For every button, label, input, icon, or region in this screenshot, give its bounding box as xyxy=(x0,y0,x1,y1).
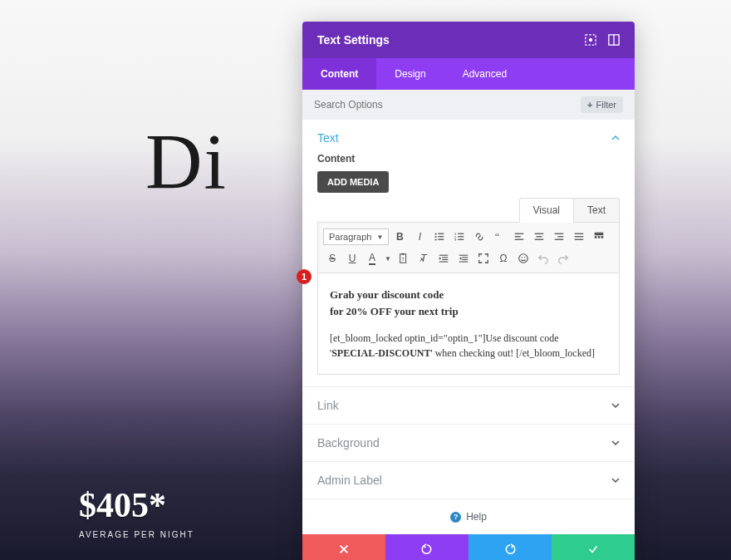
svg-rect-18 xyxy=(515,236,521,237)
editor-mode-tabs: Visual Text xyxy=(317,198,620,223)
clear-format-icon[interactable]: T✕ xyxy=(415,249,433,268)
tab-advanced[interactable]: Advanced xyxy=(444,58,525,90)
tab-design[interactable]: Design xyxy=(376,58,444,90)
section-text: Text Content ADD MEDIA Visual Text Parag… xyxy=(302,120,635,387)
section-admin-title: Admin Label xyxy=(317,474,382,487)
add-media-button[interactable]: ADD MEDIA xyxy=(317,171,389,193)
svg-point-8 xyxy=(435,238,437,240)
page-heading-background: Di xyxy=(145,116,228,208)
section-admin-label: Admin Label xyxy=(302,462,635,499)
section-background-title: Background xyxy=(317,436,380,449)
svg-rect-27 xyxy=(575,236,584,237)
svg-rect-22 xyxy=(535,239,544,240)
annotation-callout-1: 1 xyxy=(297,269,312,284)
underline-icon[interactable]: U xyxy=(343,249,361,268)
svg-rect-43 xyxy=(459,262,469,263)
help-icon: ? xyxy=(450,512,461,523)
align-justify-icon[interactable] xyxy=(570,228,588,246)
svg-rect-25 xyxy=(555,239,564,240)
section-text-toggle[interactable]: Text xyxy=(317,131,620,145)
svg-rect-37 xyxy=(442,257,448,258)
redo-button[interactable] xyxy=(469,534,552,560)
svg-rect-19 xyxy=(515,239,524,240)
section-admin-toggle[interactable]: Admin Label xyxy=(317,474,620,487)
modal-header: Text Settings xyxy=(302,22,635,58)
svg-rect-34 xyxy=(401,253,405,255)
search-input[interactable] xyxy=(314,99,581,111)
svg-rect-13 xyxy=(459,236,464,237)
svg-rect-28 xyxy=(575,239,584,240)
save-button[interactable] xyxy=(552,534,635,560)
svg-rect-38 xyxy=(442,259,448,260)
wysiwyg-toolbar: Paragraph▼ B I 123 “ S U A ▼ T T✕ xyxy=(317,223,620,273)
svg-rect-39 xyxy=(439,262,449,263)
price-label: AVERAGE PER NIGHT xyxy=(79,530,194,539)
svg-point-4 xyxy=(435,233,437,234)
align-left-icon[interactable] xyxy=(510,228,528,246)
bold-icon[interactable]: B xyxy=(390,228,409,246)
section-text-title: Text xyxy=(317,131,339,145)
svg-rect-9 xyxy=(439,239,444,240)
format-select[interactable]: Paragraph▼ xyxy=(323,228,389,245)
number-list-icon[interactable]: 123 xyxy=(450,228,469,246)
emoji-icon[interactable] xyxy=(514,249,532,268)
link-icon[interactable] xyxy=(470,228,488,246)
chevron-up-icon xyxy=(611,134,620,142)
search-row: +Filter xyxy=(302,90,635,120)
svg-rect-5 xyxy=(439,233,444,234)
svg-rect-24 xyxy=(558,236,564,237)
editor-tab-text[interactable]: Text xyxy=(573,198,620,222)
help-link[interactable]: ? Help xyxy=(302,499,635,534)
snap-icon[interactable] xyxy=(608,34,620,46)
svg-rect-20 xyxy=(535,233,544,234)
svg-rect-23 xyxy=(555,233,564,234)
quote-icon[interactable]: “ xyxy=(490,228,508,246)
toolbar-toggle-icon[interactable] xyxy=(590,228,608,246)
editor-head-1: Grab your discount code xyxy=(330,288,444,301)
price-block: $405* AVERAGE PER NIGHT xyxy=(79,485,194,539)
chevron-down-icon xyxy=(611,476,620,484)
special-char-icon[interactable]: Ω xyxy=(494,249,513,268)
svg-text:“: “ xyxy=(495,231,499,243)
text-color-icon[interactable]: A xyxy=(363,249,381,268)
paste-text-icon[interactable]: T xyxy=(395,249,413,268)
undo-icon[interactable] xyxy=(534,249,552,268)
svg-point-6 xyxy=(435,236,437,238)
editor-content[interactable]: Grab your discount code for 20% OFF your… xyxy=(317,273,620,375)
indent-left-icon[interactable] xyxy=(434,249,453,268)
expand-icon[interactable] xyxy=(585,34,596,46)
svg-rect-36 xyxy=(439,255,449,256)
svg-rect-29 xyxy=(595,233,604,236)
align-right-icon[interactable] xyxy=(550,228,568,246)
redo-icon[interactable] xyxy=(554,249,572,268)
svg-point-1 xyxy=(589,38,592,42)
settings-tabs: Content Design Advanced xyxy=(302,58,635,90)
svg-text:T: T xyxy=(401,257,405,262)
svg-rect-30 xyxy=(595,236,597,238)
fullscreen-icon[interactable] xyxy=(474,249,493,268)
modal-footer xyxy=(302,534,635,560)
indent-right-icon[interactable] xyxy=(454,249,473,268)
tab-content[interactable]: Content xyxy=(302,58,376,90)
section-background-toggle[interactable]: Background xyxy=(317,436,620,449)
svg-rect-40 xyxy=(459,255,469,256)
text-settings-modal: Text Settings Content Design Advanced +F… xyxy=(302,22,635,560)
filter-button[interactable]: +Filter xyxy=(581,96,623,113)
svg-rect-7 xyxy=(439,236,444,237)
undo-button[interactable] xyxy=(385,534,469,560)
section-link: Link xyxy=(302,387,635,425)
align-center-icon[interactable] xyxy=(530,228,548,246)
close-button[interactable] xyxy=(302,534,385,560)
svg-point-45 xyxy=(522,257,522,258)
text-color-caret-icon[interactable]: ▼ xyxy=(383,249,393,268)
italic-icon[interactable]: I xyxy=(410,228,429,246)
editor-tab-visual[interactable]: Visual xyxy=(519,198,574,223)
bullet-list-icon[interactable] xyxy=(430,228,449,246)
svg-text:3: 3 xyxy=(454,238,457,242)
editor-body: [et_bloom_locked optin_id="optin_1"]Use … xyxy=(330,331,607,361)
section-link-toggle[interactable]: Link xyxy=(317,399,620,412)
strikethrough-icon[interactable]: S xyxy=(323,249,341,268)
editor-head-2: for 20% OFF your next trip xyxy=(330,305,459,317)
svg-rect-41 xyxy=(462,257,468,258)
modal-title: Text Settings xyxy=(317,33,390,47)
